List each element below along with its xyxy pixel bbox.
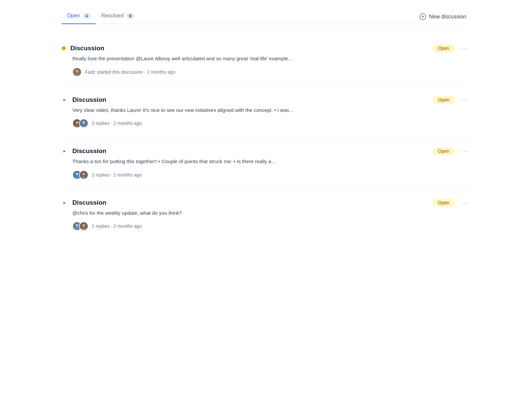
more-menu-button[interactable]: ···: [459, 147, 470, 155]
avatars: [72, 170, 88, 180]
discussion-meta-text: 2 replies · 2 months ago: [92, 223, 142, 229]
discussion-header-right: Open ···: [433, 147, 470, 155]
discussion-header-right: Open ···: [433, 44, 470, 52]
more-menu-button[interactable]: ···: [459, 44, 470, 52]
discussion-header-left: ► Discussion: [62, 96, 106, 104]
discussion-header-right: Open ···: [433, 199, 470, 207]
expand-icon[interactable]: ►: [62, 148, 68, 154]
discussion-header-right: Open ···: [433, 96, 470, 104]
discussion-header: Discussion Open ···: [62, 44, 470, 52]
tab-open-label: Open: [67, 13, 80, 19]
svg-point-19: [82, 224, 85, 227]
discussion-preview: @chris for the weekly update, what do yo…: [72, 209, 470, 217]
avatars: [72, 221, 88, 231]
discussion-meta: 2 replies · 2 months ago: [72, 221, 470, 231]
unread-dot: [62, 46, 66, 50]
tab-open-count: 4: [83, 13, 90, 19]
tab-resolved[interactable]: Resolved 0: [96, 9, 139, 24]
tab-resolved-count: 0: [126, 13, 134, 19]
discussion-meta: 3 replies · 2 months ago: [72, 170, 470, 180]
discussion-header: ► Discussion Open ···: [62, 147, 470, 155]
discussion-title: Discussion: [70, 45, 104, 52]
status-badge: Open: [433, 199, 455, 207]
new-discussion-icon: [419, 13, 426, 20]
expand-icon[interactable]: ►: [62, 200, 68, 206]
discussion-meta-text: 3 replies · 2 months ago: [92, 121, 142, 126]
avatars: [72, 67, 82, 77]
avatar: [79, 221, 88, 231]
more-menu-button[interactable]: ···: [459, 199, 470, 207]
discussion-title: Discussion: [72, 147, 106, 155]
discussion-header: ► Discussion Open ···: [62, 199, 470, 207]
discussion-header: ► Discussion Open ···: [62, 96, 470, 104]
discussion-body: Thanks a ton for putting this together!!…: [62, 158, 470, 180]
discussions-list: Discussion Open ··· Really love the pres…: [62, 35, 470, 240]
expand-icon[interactable]: ►: [62, 97, 68, 103]
avatar: [79, 119, 88, 128]
discussion-item: Discussion Open ··· Really love the pres…: [62, 35, 470, 86]
tab-open[interactable]: Open 4: [62, 9, 96, 24]
tab-resolved-label: Resolved: [101, 13, 124, 19]
discussion-item: ► Discussion Open ··· Thanks a ton for p…: [62, 138, 470, 189]
tabs-left: Open 4 Resolved 0: [62, 9, 139, 24]
discussion-header-left: Discussion: [62, 45, 104, 52]
discussion-title: Discussion: [72, 199, 106, 206]
avatar: [79, 170, 88, 180]
status-badge: Open: [433, 44, 455, 52]
discussion-header-left: ► Discussion: [62, 147, 106, 155]
more-menu-button[interactable]: ···: [459, 96, 470, 104]
discussion-preview: Thanks a ton for putting this together!!…: [72, 158, 470, 165]
discussion-item: ► Discussion Open ··· Very clear video, …: [62, 86, 470, 138]
avatar: [72, 67, 82, 77]
svg-point-16: [76, 224, 79, 227]
svg-point-4: [76, 121, 79, 124]
discussion-body: Very clear video, thanks Laure! It's nic…: [62, 107, 470, 128]
discussion-meta-text: Fadz started this discussion · 2 months …: [85, 69, 175, 75]
discussion-meta: 3 replies · 2 months ago: [72, 119, 470, 128]
status-badge: Open: [433, 147, 455, 155]
discussion-body: @chris for the weekly update, what do yo…: [62, 209, 470, 231]
new-discussion-button[interactable]: New discussion: [415, 10, 470, 23]
discussion-meta-text: 3 replies · 2 months ago: [92, 172, 142, 178]
discussion-preview: Really love the presentation @Laure Albo…: [72, 55, 470, 63]
status-badge: Open: [433, 96, 455, 104]
discussion-item: ► Discussion Open ··· @chris for the wee…: [62, 189, 470, 241]
discussion-header-left: ► Discussion: [62, 199, 106, 206]
svg-point-10: [76, 173, 79, 176]
new-discussion-label: New discussion: [429, 14, 466, 20]
svg-point-13: [82, 173, 85, 176]
discussion-preview: Very clear video, thanks Laure! It's nic…: [72, 107, 470, 114]
discussion-title: Discussion: [72, 96, 106, 104]
discussion-body: Really love the presentation @Laure Albo…: [62, 55, 470, 77]
avatars: [72, 119, 88, 128]
discussion-meta: Fadz started this discussion · 2 months …: [72, 67, 470, 77]
svg-point-7: [82, 121, 85, 124]
tabs-bar: Open 4 Resolved 0 New discussion: [62, 9, 470, 24]
svg-point-1: [76, 70, 79, 73]
